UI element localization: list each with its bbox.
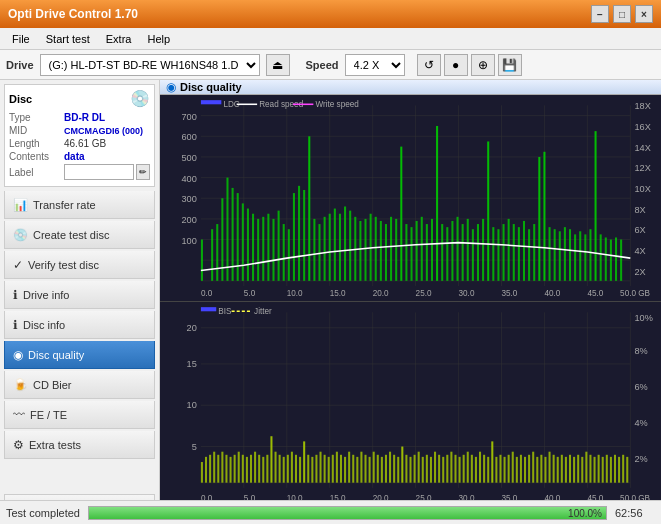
disc-panel: Disc 💿 Type BD-R DL MID CMCMAGDI6 (000) … <box>4 84 155 187</box>
svg-rect-127 <box>615 237 617 280</box>
nav-transfer-rate[interactable]: 📊 Transfer rate <box>4 191 155 219</box>
svg-rect-237 <box>471 455 473 483</box>
svg-text:500: 500 <box>181 153 196 163</box>
svg-rect-214 <box>377 455 379 483</box>
menu-file[interactable]: File <box>4 31 38 47</box>
menu-start-test[interactable]: Start test <box>38 31 98 47</box>
svg-rect-73 <box>339 214 341 281</box>
svg-rect-53 <box>237 193 239 281</box>
disc-type-row: Type BD-R DL <box>9 112 150 123</box>
disc-panel-title: Disc <box>9 93 32 105</box>
svg-rect-122 <box>589 229 591 281</box>
nav-drive-info[interactable]: ℹ Drive info <box>4 281 155 309</box>
svg-text:40.0: 40.0 <box>544 289 560 298</box>
svg-rect-90 <box>426 224 428 281</box>
nav-disc-info[interactable]: ℹ Disc info <box>4 311 155 339</box>
nav-verify-test-disc[interactable]: ✓ Verify test disc <box>4 251 155 279</box>
nav-disc-quality[interactable]: ◉ Disc quality <box>4 341 155 369</box>
svg-rect-88 <box>416 221 418 281</box>
svg-rect-216 <box>385 455 387 483</box>
eject-button[interactable]: ⏏ <box>266 54 290 76</box>
svg-rect-257 <box>553 455 555 483</box>
toolbar-icons: ↺ ● ⊕ 💾 <box>417 54 522 76</box>
svg-rect-117 <box>564 227 566 281</box>
create-test-icon: 💿 <box>13 228 28 242</box>
refresh-icon[interactable]: ↺ <box>417 54 441 76</box>
svg-rect-267 <box>594 457 596 483</box>
svg-rect-124 <box>600 234 602 280</box>
save-icon[interactable]: 💾 <box>498 54 522 76</box>
svg-rect-183 <box>250 455 252 483</box>
svg-rect-83 <box>390 217 392 281</box>
drive-label: Drive <box>6 59 34 71</box>
disc-contents-value: data <box>64 151 85 162</box>
svg-rect-201 <box>324 455 326 483</box>
svg-rect-230 <box>442 457 444 483</box>
svg-rect-243 <box>495 457 497 483</box>
svg-rect-190 <box>279 455 281 483</box>
svg-rect-225 <box>422 457 424 483</box>
svg-rect-274 <box>622 455 624 483</box>
progress-text: 100.0% <box>568 507 602 521</box>
burn-icon[interactable]: ● <box>444 54 468 76</box>
svg-rect-235 <box>463 455 465 483</box>
svg-rect-203 <box>332 455 334 483</box>
svg-rect-272 <box>614 455 616 483</box>
svg-rect-231 <box>446 455 448 483</box>
svg-rect-256 <box>549 452 551 483</box>
svg-rect-120 <box>579 231 581 281</box>
svg-rect-179 <box>234 455 236 483</box>
svg-rect-103 <box>492 227 494 281</box>
svg-rect-89 <box>421 217 423 281</box>
svg-rect-63 <box>288 229 290 281</box>
maximize-button[interactable]: □ <box>613 5 631 23</box>
nav-create-test-disc[interactable]: 💿 Create test disc <box>4 221 155 249</box>
svg-rect-194 <box>295 455 297 483</box>
disc-length-value: 46.61 GB <box>64 138 106 149</box>
window-controls: − □ × <box>591 5 653 23</box>
svg-text:30.0: 30.0 <box>459 289 475 298</box>
svg-rect-70 <box>324 217 326 281</box>
svg-rect-233 <box>454 455 456 483</box>
svg-rect-67 <box>308 136 310 281</box>
svg-rect-56 <box>252 214 254 281</box>
svg-rect-266 <box>589 455 591 483</box>
disc-label-edit-button[interactable]: ✏ <box>136 164 150 180</box>
lower-chart: 20 15 10 5 10% 8% 6% 4% 2% 0.0 5.0 10.0 <box>160 302 661 508</box>
nav-extra-tests[interactable]: ⚙ Extra tests <box>4 431 155 459</box>
svg-rect-102 <box>487 141 489 280</box>
svg-rect-74 <box>344 207 346 281</box>
svg-rect-107 <box>513 224 515 281</box>
nav-cd-bier[interactable]: 🍺 CD Bier <box>4 371 155 399</box>
svg-rect-125 <box>605 237 607 280</box>
drive-selector[interactable]: (G:) HL-DT-ST BD-RE WH16NS48 1.D3 <box>40 54 260 76</box>
disc-label-input[interactable] <box>64 164 134 180</box>
svg-rect-84 <box>395 219 397 281</box>
minimize-button[interactable]: − <box>591 5 609 23</box>
speed-selector[interactable]: 4.2 X <box>345 54 405 76</box>
menu-extra[interactable]: Extra <box>98 31 140 47</box>
svg-rect-93 <box>441 224 443 281</box>
svg-text:8%: 8% <box>634 346 647 356</box>
svg-rect-80 <box>375 217 377 281</box>
copy-icon[interactable]: ⊕ <box>471 54 495 76</box>
svg-rect-263 <box>577 455 579 483</box>
right-panel: ◉ Disc quality <box>160 80 661 524</box>
svg-rect-219 <box>397 457 399 483</box>
svg-rect-220 <box>401 447 403 483</box>
title-bar: Opti Drive Control 1.70 − □ × <box>0 0 661 28</box>
svg-rect-251 <box>528 455 530 483</box>
svg-rect-128 <box>620 240 622 281</box>
svg-text:35.0: 35.0 <box>501 289 517 298</box>
svg-rect-195 <box>299 457 301 483</box>
nav-fe-te[interactable]: 〰 FE / TE <box>4 401 155 429</box>
close-button[interactable]: × <box>635 5 653 23</box>
time-display: 62:56 <box>615 507 655 519</box>
svg-text:20: 20 <box>187 323 197 333</box>
svg-rect-105 <box>503 224 505 281</box>
svg-rect-54 <box>242 203 244 280</box>
extra-tests-icon: ⚙ <box>13 438 24 452</box>
svg-rect-186 <box>262 457 264 483</box>
speed-label: Speed <box>306 59 339 71</box>
menu-help[interactable]: Help <box>139 31 178 47</box>
